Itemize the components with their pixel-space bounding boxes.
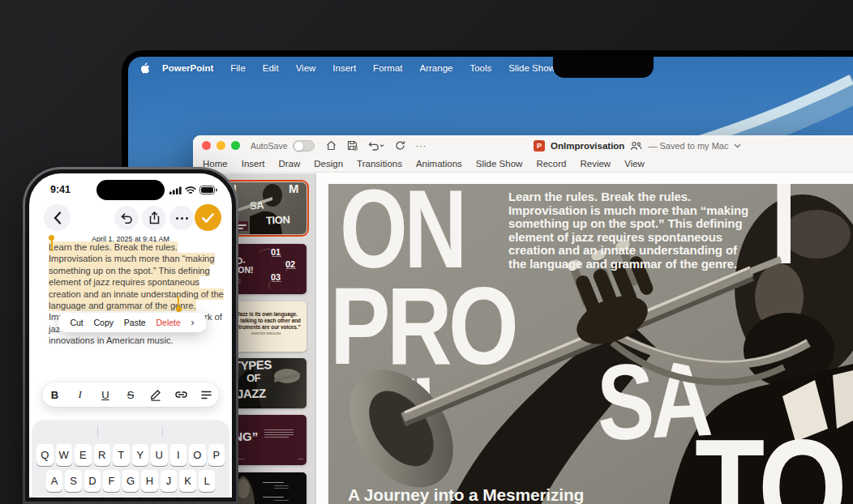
key[interactable]: G [122, 470, 139, 492]
copy-menu-item[interactable]: Copy [94, 318, 114, 327]
more-tools-icon[interactable]: ··· [416, 141, 427, 151]
slide-canvas-area: ON I PRO VI SA TO [317, 173, 853, 504]
menu-item[interactable]: Arrange [420, 63, 453, 73]
slide-subtitle: A Journey into a Mesmerizing [348, 485, 584, 504]
key[interactable]: W [56, 444, 73, 466]
slide-paragraph-line: Learn the rules. Break the rules. [508, 190, 776, 204]
key[interactable]: N [161, 496, 178, 498]
align-icon[interactable] [198, 391, 214, 399]
ribbon-tab[interactable]: Design [314, 159, 343, 169]
key[interactable]: L [199, 470, 216, 492]
autosave-toggle[interactable] [293, 140, 315, 152]
key[interactable]: C [103, 496, 120, 498]
ribbon-tab[interactable]: Draw [278, 159, 300, 169]
home-icon[interactable] [326, 140, 336, 151]
bold-button[interactable]: B [47, 389, 63, 401]
undo-icon[interactable] [368, 140, 384, 151]
status-icons [169, 186, 217, 194]
ribbon-tab[interactable]: View [624, 159, 645, 169]
key[interactable]: M [179, 496, 196, 498]
menu-app-name[interactable]: PowerPoint [162, 63, 213, 73]
slide-paragraph-line: element of jazz requires spontaneous [508, 231, 776, 245]
selection-start-handle[interactable] [49, 235, 54, 241]
ribbon-tab[interactable]: Insert [242, 159, 265, 169]
note-selected-line: something up on the spot.” This defining [49, 265, 210, 276]
key[interactable]: X [84, 496, 101, 498]
note-selected-line: language and grammar of the genre. [49, 300, 196, 311]
prediction-bar[interactable] [32, 423, 229, 441]
undo-button[interactable] [114, 206, 139, 230]
key[interactable]: O [189, 444, 206, 466]
menu-item[interactable]: View [296, 63, 316, 73]
more-options-button[interactable] [169, 206, 194, 230]
collaborators-icon[interactable] [630, 141, 642, 151]
paste-menu-item[interactable]: Paste [124, 318, 146, 327]
italic-button[interactable]: I [72, 388, 88, 401]
done-button[interactable] [195, 204, 221, 231]
menu-item[interactable]: Edit [263, 63, 279, 73]
key[interactable]: J [161, 470, 178, 492]
key[interactable]: A [46, 470, 63, 492]
iphone-frame: 9:41 [25, 169, 236, 502]
key[interactable]: R [94, 444, 111, 466]
redo-icon[interactable] [395, 140, 405, 151]
traffic-lights [202, 141, 240, 150]
key[interactable]: U [151, 444, 168, 466]
key[interactable]: I [170, 444, 187, 466]
minimize-button[interactable] [216, 141, 225, 150]
key[interactable]: F [103, 470, 120, 492]
key[interactable]: V [122, 496, 139, 498]
key[interactable]: H [141, 470, 158, 492]
menu-item[interactable]: Slide Show [508, 63, 555, 73]
display-notch [553, 57, 654, 78]
ribbon-tab[interactable]: Transitions [357, 159, 402, 169]
strikethrough-button[interactable]: S [122, 389, 139, 401]
slide-paragraph: Learn the rules. Break the rules.Improvi… [508, 190, 776, 271]
selection-end-handle[interactable] [176, 306, 182, 312]
battery-icon [199, 186, 217, 194]
ribbon-tab[interactable]: Slide Show [476, 159, 523, 169]
thumb4-title-line: JAZZ [237, 388, 266, 399]
ribbon-tabs: HomeInsertDrawDesignTransitionsAnimation… [193, 156, 853, 173]
menu-item[interactable]: Tools [469, 63, 491, 73]
key[interactable]: E [75, 444, 92, 466]
key[interactable]: B [141, 496, 158, 498]
back-button[interactable] [44, 204, 71, 231]
wifi-icon [185, 186, 196, 194]
key[interactable]: Y [132, 444, 149, 466]
close-button[interactable] [202, 141, 211, 150]
key[interactable]: Q [36, 444, 54, 466]
apple-logo-icon[interactable] [139, 62, 150, 75]
text-context-menu: Cut Copy Paste Delete › [58, 313, 206, 332]
key[interactable]: Z [65, 496, 82, 498]
saved-status[interactable]: — Saved to my Mac [648, 141, 728, 151]
share-button[interactable] [142, 206, 166, 230]
backspace-key[interactable] [204, 496, 225, 498]
note-selected-line: Learn the rules. Break the rules. [49, 241, 178, 253]
save-icon[interactable] [347, 140, 358, 151]
ribbon-tab[interactable]: Review [580, 159, 611, 169]
ribbon-tab[interactable]: Record [536, 159, 566, 169]
key[interactable]: D [84, 470, 101, 492]
chevron-down-icon[interactable] [734, 143, 741, 148]
menu-item[interactable]: File [230, 63, 246, 73]
key[interactable]: S [65, 470, 82, 492]
menu-more-chevron[interactable]: › [191, 317, 195, 328]
underline-button[interactable]: U [97, 389, 114, 401]
thumb1-fragment: SA [250, 202, 264, 211]
link-icon[interactable] [173, 390, 189, 399]
cut-menu-item[interactable]: Cut [70, 318, 83, 327]
key[interactable]: P [208, 444, 225, 466]
ellipsis-icon [176, 217, 188, 220]
shift-key[interactable] [36, 496, 58, 498]
current-slide[interactable]: ON I PRO VI SA TO [328, 184, 853, 504]
highlight-pen-icon[interactable] [148, 388, 164, 401]
delete-menu-item[interactable]: Delete [156, 318, 180, 327]
menu-item[interactable]: Format [373, 63, 402, 73]
ribbon-tab[interactable]: Animations [416, 159, 462, 169]
menu-item[interactable]: Insert [332, 63, 356, 73]
document-title[interactable]: OnImprovisation [551, 141, 624, 151]
zoom-button[interactable] [231, 141, 240, 150]
key[interactable]: T [113, 444, 130, 466]
key[interactable]: K [179, 470, 196, 492]
